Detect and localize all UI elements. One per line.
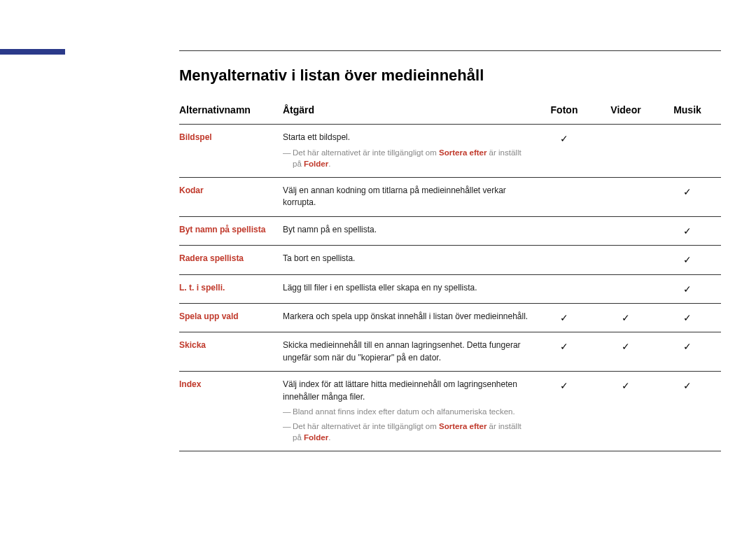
check-icon: ✓ (683, 283, 692, 295)
cell-videor: ✓ (598, 372, 659, 451)
check-icon: ✓ (560, 133, 568, 144)
note-unavailable-folder: Det här alternativet är inte tillgänglig… (283, 147, 531, 170)
note-index-types: Bland annat finns index efter datum och … (283, 406, 531, 418)
table-row: BildspelStarta ett bildspel.Det här alte… (179, 125, 721, 178)
table-row: KodarVälj en annan kodning om titlarna p… (179, 178, 721, 217)
option-action: Ta bort en spellista. (283, 253, 355, 263)
check-icon: ✓ (560, 341, 568, 352)
note-unavailable-folder: Det här alternativet är inte tillgänglig… (283, 421, 531, 444)
cell-foton: ✓ (536, 303, 598, 332)
cell-videor: ✓ (598, 332, 659, 372)
option-action: Skicka medieinnehåll till en annan lagri… (283, 340, 521, 362)
check-icon: ✓ (560, 380, 568, 391)
option-action: Markera och spela upp önskat innehåll i … (283, 311, 528, 321)
header-name: Alternativnamn (179, 96, 283, 125)
check-icon: ✓ (683, 186, 692, 197)
header-musik: Musik (659, 96, 721, 125)
nav-bar (0, 49, 65, 55)
cell-foton (536, 216, 598, 245)
check-icon: ✓ (560, 312, 568, 323)
table-row: SkickaSkicka medieinnehåll till en annan… (179, 332, 721, 372)
option-name: Index (179, 379, 201, 389)
content-area: Menyalternativ i listan över medieinnehå… (179, 66, 721, 451)
check-icon: ✓ (622, 312, 630, 323)
cell-videor (598, 178, 659, 217)
option-action: Starta ett bildspel. (283, 132, 350, 142)
header-foton: Foton (536, 96, 598, 125)
check-icon: ✓ (622, 341, 630, 352)
table-header-row: Alternativnamn Åtgärd Foton Videor Musik (179, 96, 721, 125)
table-row: Spela upp valdMarkera och spela upp önsk… (179, 303, 721, 332)
cell-musik: ✓ (659, 303, 721, 332)
cell-foton (536, 178, 598, 217)
option-action: Byt namn på en spellista. (283, 225, 377, 234)
page-title: Menyalternativ i listan över medieinnehå… (179, 66, 721, 85)
option-action: Lägg till filer i en spellista eller ska… (283, 283, 477, 293)
cell-foton: ✓ (536, 372, 598, 451)
cell-videor (598, 216, 659, 245)
menu-options-table: Alternativnamn Åtgärd Foton Videor Musik… (179, 96, 721, 451)
table-row: L. t. i spelli.Lägg till filer i en spel… (179, 274, 721, 303)
option-name: Kodar (179, 185, 204, 195)
cell-videor: ✓ (598, 303, 659, 332)
cell-musik: ✓ (659, 246, 721, 274)
cell-foton (536, 274, 598, 303)
option-name: Spela upp vald (179, 311, 239, 321)
option-action: Välj en annan kodning om titlarna på med… (283, 185, 506, 207)
cell-foton (536, 246, 598, 274)
check-icon: ✓ (683, 254, 692, 265)
option-name: L. t. i spelli. (179, 283, 225, 293)
cell-musik: ✓ (659, 274, 721, 303)
check-icon: ✓ (622, 380, 630, 391)
header-videor: Videor (598, 96, 659, 125)
table-row: IndexVälj index för att lättare hitta me… (179, 372, 721, 451)
option-name: Radera spellista (179, 253, 244, 263)
cell-videor (598, 246, 659, 274)
table-row: Byt namn på spellistaByt namn på en spel… (179, 216, 721, 245)
cell-foton: ✓ (536, 332, 598, 372)
cell-foton: ✓ (536, 125, 598, 178)
option-name: Byt namn på spellista (179, 225, 265, 234)
check-icon: ✓ (683, 380, 692, 391)
top-rule (179, 50, 721, 51)
check-icon: ✓ (683, 225, 692, 237)
table-row: Radera spellistaTa bort en spellista.✓ (179, 246, 721, 274)
cell-musik (659, 125, 721, 178)
cell-videor (598, 274, 659, 303)
option-action: Välj index för att lättare hitta mediein… (283, 379, 517, 401)
option-name: Skicka (179, 340, 206, 350)
check-icon: ✓ (683, 341, 692, 352)
cell-musik: ✓ (659, 216, 721, 245)
cell-musik: ✓ (659, 332, 721, 372)
check-icon: ✓ (683, 312, 692, 323)
option-name: Bildspel (179, 132, 212, 142)
cell-musik: ✓ (659, 372, 721, 451)
cell-musik: ✓ (659, 178, 721, 217)
header-action: Åtgärd (283, 96, 536, 125)
cell-videor (598, 125, 659, 178)
